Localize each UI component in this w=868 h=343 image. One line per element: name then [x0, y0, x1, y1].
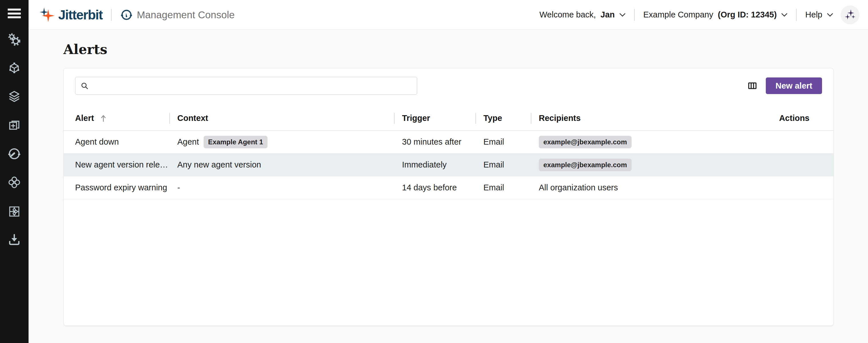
recipient-chip: example@jbexample.com: [539, 159, 631, 171]
column-header-recipients[interactable]: Recipients: [531, 106, 765, 130]
columns-icon[interactable]: [747, 81, 757, 91]
table-row[interactable]: Agent down Agent Example Agent 1 30 minu…: [64, 131, 833, 153]
knot-icon[interactable]: [7, 175, 21, 189]
trigger-text: Immediately: [394, 160, 475, 170]
trigger-text: 14 days before: [394, 183, 475, 192]
welcome-text: Welcome back,: [539, 10, 596, 19]
trigger-text: 30 minutes after: [394, 137, 475, 147]
column-header-type[interactable]: Type: [475, 106, 531, 130]
download-icon[interactable]: [7, 233, 21, 247]
chevron-down-icon: [827, 13, 833, 17]
divider: [796, 9, 797, 21]
gauge-icon[interactable]: [7, 147, 21, 161]
context-chip: Example Agent 1: [204, 136, 268, 148]
ai-assistant-button[interactable]: [841, 5, 860, 24]
alert-name: Agent down: [75, 137, 119, 147]
layers-icon[interactable]: [7, 90, 21, 104]
column-header-alert[interactable]: Alert: [64, 106, 169, 130]
alert-name: New agent version rele…: [75, 160, 168, 170]
topbar: Jitterbit Management Console Welcome bac…: [29, 0, 868, 30]
context-text: Agent: [177, 137, 199, 147]
table-header-row: Alert Context Trigger Type Recipients: [64, 106, 833, 131]
sparkles-icon: [843, 8, 857, 22]
cube-icon[interactable]: [7, 61, 21, 75]
brand-name: Jitterbit: [58, 7, 102, 23]
column-header-trigger[interactable]: Trigger: [394, 106, 475, 130]
divider: [634, 9, 635, 21]
help-label: Help: [805, 10, 822, 20]
product-name: Management Console: [137, 9, 235, 21]
type-text: Email: [475, 183, 531, 192]
company-name: Example Company: [643, 10, 713, 19]
recipient-chip: example@jbexample.com: [539, 136, 631, 148]
menu-icon[interactable]: [8, 8, 21, 18]
management-console-gauge-icon: [120, 8, 133, 21]
chevron-down-icon: [619, 13, 626, 17]
help-menu[interactable]: Help: [805, 10, 833, 20]
sidebar: [0, 0, 29, 343]
column-header-context[interactable]: Context: [169, 106, 394, 130]
alerts-card: New alert Alert Context Trigger: [63, 68, 834, 326]
type-text: Email: [475, 137, 531, 147]
org-id: (Org ID: 12345): [718, 10, 777, 19]
type-text: Email: [475, 160, 531, 170]
duplicate-plus-icon[interactable]: [7, 118, 21, 132]
context-text: -: [177, 183, 180, 192]
alert-name: Password expiry warning: [75, 183, 167, 192]
org-menu[interactable]: Example Company (Org ID: 12345): [643, 10, 787, 20]
jitterbit-logo-icon: [39, 6, 55, 23]
search-icon: [81, 82, 89, 90]
chevron-down-icon: [781, 13, 787, 17]
divider: [111, 9, 112, 21]
sort-ascending-icon[interactable]: [100, 114, 106, 122]
context-text: Any new agent version: [177, 160, 261, 170]
user-name: Jan: [600, 10, 615, 19]
column-header-actions: Actions: [765, 106, 833, 130]
product-label: Management Console: [120, 8, 235, 21]
table-row[interactable]: New agent version rele… Any new agent ve…: [64, 153, 833, 176]
alerts-table: Alert Context Trigger Type Recipients: [64, 106, 833, 199]
new-alert-button[interactable]: New alert: [766, 78, 822, 94]
jitterbit-logo[interactable]: Jitterbit: [39, 6, 102, 23]
page-title: Alerts: [63, 42, 868, 57]
search-box: [75, 77, 417, 95]
search-input[interactable]: [92, 77, 412, 94]
table-row[interactable]: Password expiry warning - 14 days before…: [64, 176, 833, 199]
recipient-text: All organization users: [531, 183, 765, 192]
user-menu[interactable]: Welcome back, Jan: [539, 10, 626, 20]
main-content: Alerts New alert: [29, 0, 868, 343]
gears-icon[interactable]: [7, 33, 21, 46]
puzzle-icon[interactable]: [7, 204, 21, 218]
